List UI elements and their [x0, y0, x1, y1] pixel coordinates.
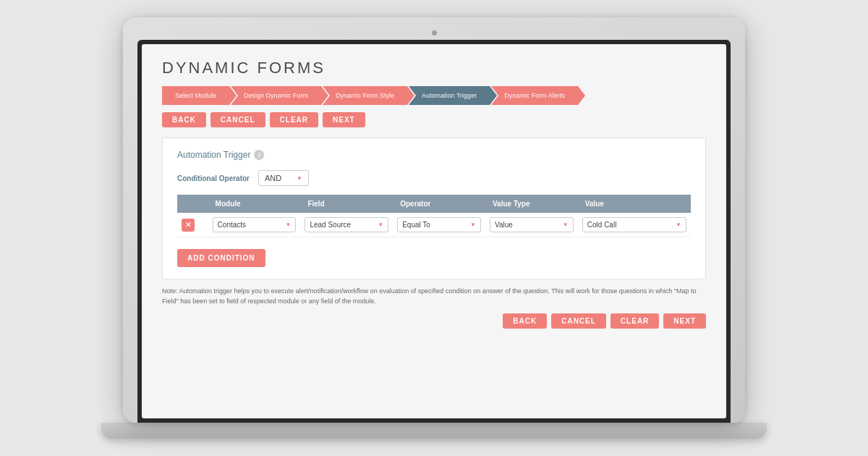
conditions-table: Module Field Operator Value Type Value: [177, 195, 691, 237]
progress-step-2[interactable]: Design Dynamic Form: [231, 86, 321, 105]
field-value: Lead Source: [310, 221, 351, 229]
col-header-valuetype: Value Type: [485, 195, 578, 213]
bottom-action-buttons: BACK CANCEL CLEAR NEXT: [162, 313, 706, 329]
table-header-row: Module Field Operator Value Type Value: [177, 195, 691, 213]
top-back-button[interactable]: BACK: [162, 112, 206, 127]
chevron-down-icon: ▼: [470, 221, 476, 228]
conditional-operator-value: AND: [265, 174, 281, 182]
module-select[interactable]: Contacts ▼: [213, 217, 297, 232]
automation-trigger-card: Automation Trigger i Conditional Operato…: [162, 138, 706, 279]
row-operator-cell: Equal To ▼: [393, 213, 485, 237]
card-title-row: Automation Trigger i: [177, 150, 691, 160]
value-type-value: Value: [495, 221, 513, 229]
page-content: DYNAMIC FORMS Select Module Design Dynam…: [142, 44, 726, 418]
chevron-down-icon: ▼: [297, 175, 302, 182]
conditional-operator-select[interactable]: AND ▼: [258, 170, 309, 186]
top-next-button[interactable]: NEXT: [323, 112, 365, 127]
screen: DYNAMIC FORMS Select Module Design Dynam…: [142, 44, 726, 418]
row-field-cell: Lead Source ▼: [300, 213, 393, 237]
bottom-clear-button[interactable]: CLEAR: [610, 313, 659, 329]
col-header-action: [177, 195, 208, 213]
top-action-buttons: BACK CANCEL CLEAR NEXT: [162, 112, 706, 127]
bottom-next-button[interactable]: NEXT: [663, 313, 706, 329]
col-header-field: Field: [300, 195, 393, 213]
row-module-cell: Contacts ▼: [208, 213, 301, 237]
top-clear-button[interactable]: CLEAR: [270, 112, 318, 127]
laptop-base: [101, 423, 767, 439]
delete-row-button[interactable]: ✕: [182, 219, 195, 232]
chevron-down-icon: ▼: [285, 221, 291, 228]
value-text: Cold Call: [587, 221, 617, 229]
conditional-operator-label: Conditional Operator: [177, 174, 250, 182]
operator-value: Equal To: [402, 221, 430, 229]
info-icon: i: [254, 150, 264, 160]
value-type-select[interactable]: Value ▼: [490, 217, 574, 232]
conditional-operator-row: Conditional Operator AND ▼: [177, 170, 691, 186]
chevron-down-icon: ▼: [676, 221, 681, 228]
col-header-value: Value: [578, 195, 691, 213]
chevron-down-icon: ▼: [563, 221, 569, 228]
camera-dot: [432, 30, 437, 35]
module-value: Contacts: [218, 221, 246, 229]
col-header-operator: Operator: [393, 195, 485, 213]
progress-step-1[interactable]: Select Module: [162, 86, 229, 105]
progress-step-3[interactable]: Dynamic Form Style: [323, 86, 407, 105]
value-select[interactable]: Cold Call ▼: [582, 217, 686, 232]
table-row: ✕ Contacts ▼: [177, 213, 691, 237]
page-title: DYNAMIC FORMS: [162, 59, 706, 77]
chevron-down-icon: ▼: [378, 221, 383, 228]
progress-step-5[interactable]: Dynamic Form Alerts: [491, 86, 578, 105]
row-value-cell: Cold Call ▼: [578, 213, 691, 237]
laptop-shell: DYNAMIC FORMS Select Module Design Dynam…: [123, 17, 745, 423]
add-condition-button[interactable]: ADD CONDITION: [177, 249, 265, 267]
card-title-text: Automation Trigger: [177, 150, 250, 160]
trackpad-notch: [405, 434, 463, 437]
row-delete-cell: ✕: [177, 213, 208, 237]
note-text: Note: Automation trigger helps you to ex…: [162, 287, 706, 306]
col-header-module: Module: [208, 195, 301, 213]
field-select[interactable]: Lead Source ▼: [305, 217, 388, 232]
bottom-cancel-button[interactable]: CANCEL: [551, 313, 606, 329]
top-cancel-button[interactable]: CANCEL: [210, 112, 265, 127]
operator-select[interactable]: Equal To ▼: [397, 217, 481, 232]
progress-bar: Select Module Design Dynamic Form Dynami…: [162, 86, 706, 105]
progress-step-4[interactable]: Automation Trigger: [409, 86, 490, 105]
bottom-back-button[interactable]: BACK: [503, 313, 547, 329]
row-valuetype-cell: Value ▼: [485, 213, 578, 237]
screen-bezel: DYNAMIC FORMS Select Module Design Dynam…: [137, 40, 731, 423]
